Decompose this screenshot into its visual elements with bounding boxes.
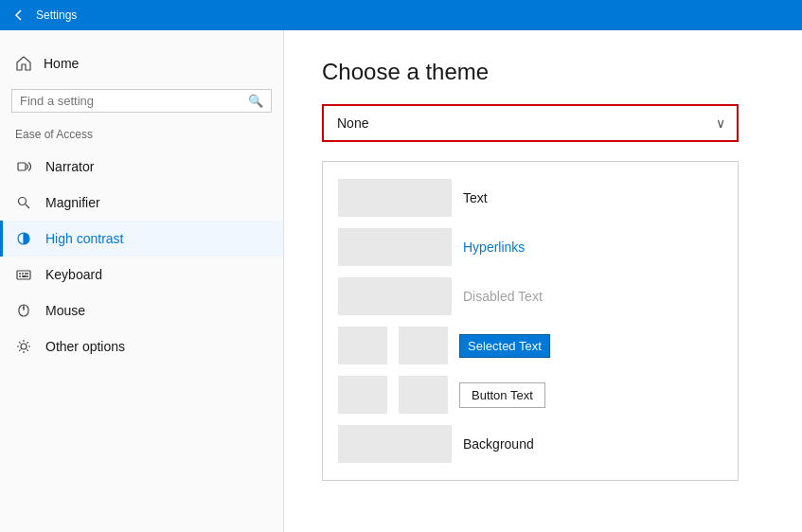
preview-row-selected: Selected Text: [323, 321, 738, 370]
svg-point-1: [19, 198, 27, 205]
preview-row-disabled: Disabled Text: [323, 272, 738, 321]
theme-dropdown[interactable]: None High Contrast #1 High Contrast #2 H…: [324, 106, 716, 140]
other-options-label: Other options: [45, 339, 125, 354]
theme-dropdown-wrapper[interactable]: None High Contrast #1 High Contrast #2 H…: [322, 104, 739, 142]
preview-row-background: Background: [323, 419, 738, 469]
text-color-swatch[interactable]: [338, 179, 452, 217]
svg-rect-0: [18, 163, 26, 170]
theme-preview-panel: Text Hyperlinks Disabled Text Selected T…: [322, 161, 739, 481]
selected-fg-swatch[interactable]: [399, 327, 448, 364]
preview-background-label: Background: [463, 436, 534, 452]
preview-row-hyperlinks: Hyperlinks: [323, 222, 738, 272]
sidebar: Home 🔍 Ease of Access Narrator: [0, 30, 284, 532]
back-button[interactable]: [11, 8, 27, 23]
svg-rect-5: [17, 271, 30, 279]
high-contrast-icon: [15, 230, 32, 247]
button-bg-swatch[interactable]: [338, 376, 387, 414]
sidebar-item-magnifier[interactable]: Magnifier: [0, 185, 283, 221]
other-options-icon: [15, 338, 32, 355]
high-contrast-label: High contrast: [45, 231, 123, 246]
svg-point-15: [23, 307, 25, 309]
app-title: Settings: [36, 9, 77, 22]
ease-of-access-label: Ease of Access: [0, 124, 283, 149]
preview-disabled-label: Disabled Text: [463, 289, 543, 304]
hyperlinks-color-swatch[interactable]: [338, 228, 452, 266]
mouse-icon: [15, 302, 32, 319]
magnifier-label: Magnifier: [45, 195, 100, 210]
preview-button-text[interactable]: Button Text: [459, 382, 545, 408]
disabled-color-swatch[interactable]: [338, 277, 452, 315]
keyboard-label: Keyboard: [45, 267, 102, 282]
preview-hyperlinks-label: Hyperlinks: [463, 239, 525, 255]
title-bar: Settings: [0, 0, 802, 30]
search-icon: 🔍: [248, 94, 263, 108]
mouse-label: Mouse: [45, 303, 85, 318]
svg-line-2: [26, 204, 29, 208]
page-title: Choose a theme: [322, 59, 764, 85]
magnifier-icon: [15, 194, 32, 211]
keyboard-icon: [15, 266, 32, 283]
narrator-icon: [15, 158, 32, 175]
preview-row-button: Button Text: [323, 370, 738, 419]
narrator-label: Narrator: [45, 159, 94, 174]
sidebar-item-high-contrast[interactable]: High contrast: [0, 221, 283, 257]
sidebar-item-mouse[interactable]: Mouse: [0, 293, 283, 328]
preview-selected-label: Selected Text: [459, 334, 550, 358]
main-layout: Home 🔍 Ease of Access Narrator: [0, 30, 802, 532]
content-area: Choose a theme None High Contrast #1 Hig…: [284, 30, 802, 532]
background-color-swatch[interactable]: [338, 425, 452, 463]
chevron-down-icon: ∨: [716, 115, 737, 131]
preview-text-label: Text: [463, 190, 488, 205]
sidebar-item-home[interactable]: Home: [0, 45, 283, 81]
sidebar-item-other-options[interactable]: Other options: [0, 328, 283, 364]
sidebar-home-label: Home: [44, 56, 79, 71]
preview-row-text: Text: [323, 173, 738, 222]
selected-bg-swatch[interactable]: [338, 327, 387, 364]
button-fg-swatch[interactable]: [399, 376, 448, 414]
sidebar-item-narrator[interactable]: Narrator: [0, 149, 283, 185]
home-icon: [15, 55, 32, 72]
search-box[interactable]: 🔍: [11, 89, 272, 113]
sidebar-item-keyboard[interactable]: Keyboard: [0, 257, 283, 293]
search-input[interactable]: [20, 94, 248, 108]
svg-point-16: [21, 344, 27, 349]
